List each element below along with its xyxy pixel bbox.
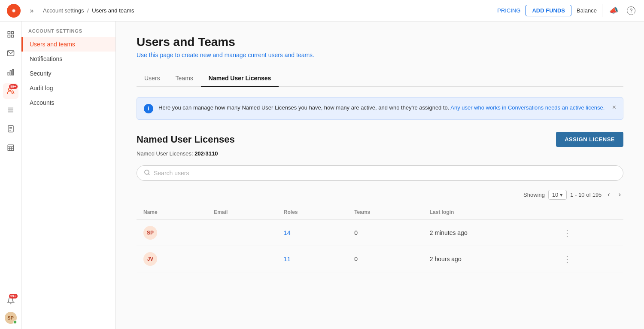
help-button[interactable]: ? <box>625 4 637 17</box>
row-1-teams: 0 <box>347 220 423 246</box>
assign-license-button[interactable]: ASSIGN LICENSE <box>556 132 623 147</box>
breadcrumb-separator: / <box>87 7 89 14</box>
row-1-email <box>207 220 277 246</box>
bell-badge: 99+ <box>9 294 18 299</box>
tab-named-user-licenses[interactable]: Named User Licenses <box>201 70 279 87</box>
svg-rect-3 <box>11 31 13 34</box>
users-badge: 99+ <box>9 84 18 89</box>
table-header: Name Email Roles Teams Last login <box>137 205 623 220</box>
sidebar-icon-mail[interactable] <box>3 46 18 61</box>
page-title: Users and Teams <box>137 35 623 49</box>
row-2-last-login: 2 hours ago <box>423 246 554 272</box>
topnav-right: PRICING ADD FUNDS Balance 📣 ? <box>497 4 637 17</box>
licenses-used: 202 <box>194 150 204 157</box>
sidebar-icon-chart[interactable] <box>3 64 18 80</box>
col-teams: Teams <box>347 205 423 220</box>
svg-point-1 <box>12 9 15 12</box>
table-row: JV 11 0 2 hours ago ⋮ <box>137 246 623 272</box>
main-layout: 99+ 99+ <box>0 21 644 329</box>
topnav: » Account settings / Users and teams PRI… <box>0 0 644 21</box>
pagination-info: 1 - 10 of 195 <box>570 192 601 198</box>
megaphone-button[interactable]: 📣 <box>608 4 620 17</box>
sidebar-icon-users[interactable]: 99+ <box>3 83 18 99</box>
col-email: Email <box>207 205 277 220</box>
svg-line-24 <box>148 174 149 175</box>
svg-rect-9 <box>12 69 13 75</box>
prev-page-button[interactable]: ‹ <box>605 189 612 200</box>
sidebar-item-users-and-teams[interactable]: Users and teams <box>21 37 115 52</box>
nav-divider <box>602 4 602 17</box>
row-2-email <box>207 246 277 272</box>
icon-sidebar-bottom: 99+ SP <box>3 293 18 324</box>
info-icon: i <box>144 104 153 113</box>
text-sidebar: ACCOUNT SETTINGS Users and teams Notific… <box>21 21 116 329</box>
row-1-more: ⋮ <box>553 220 623 246</box>
add-funds-button[interactable]: ADD FUNDS <box>526 5 571 16</box>
sidebar-item-notifications[interactable]: Notifications <box>21 52 115 66</box>
row-2-roles[interactable]: 11 <box>277 246 347 272</box>
section-header: Named User Licenses ASSIGN LICENSE <box>137 132 623 147</box>
row-2-teams: 0 <box>347 246 423 272</box>
svg-rect-18 <box>8 145 14 151</box>
info-banner-text: Here you can manage how many Named User … <box>158 104 607 112</box>
named-licenses-title: Named User Licenses <box>137 134 235 145</box>
pricing-link[interactable]: PRICING <box>497 7 520 14</box>
per-page-select[interactable]: 10 ▾ <box>548 190 567 200</box>
row-2-name: JV <box>137 246 207 272</box>
col-last-login: Last login <box>423 205 554 220</box>
col-roles: Roles <box>277 205 347 220</box>
row-1-more-button[interactable]: ⋮ <box>560 227 574 239</box>
sidebar-icon-list[interactable] <box>3 102 18 118</box>
logo[interactable] <box>7 4 21 18</box>
notifications-bell-button[interactable]: 99+ <box>3 293 18 308</box>
page-subtitle: Use this page to create new and manage c… <box>137 52 623 58</box>
sidebar-icon-report[interactable] <box>3 121 18 137</box>
user-avatar[interactable]: SP <box>5 312 17 324</box>
svg-point-23 <box>145 170 149 174</box>
svg-rect-8 <box>10 70 11 75</box>
sidebar-item-accounts[interactable]: Accounts <box>21 95 115 110</box>
breadcrumb: Account settings / Users and teams <box>43 7 492 14</box>
breadcrumb-link[interactable]: Account settings <box>43 7 84 14</box>
info-banner: i Here you can manage how many Named Use… <box>137 97 623 120</box>
table-row: SP 14 0 2 minutes ago ⋮ <box>137 220 623 246</box>
tab-teams[interactable]: Teams <box>168 70 201 87</box>
sidebar-section-title: ACCOUNT SETTINGS <box>21 28 115 37</box>
sidebar-icon-table[interactable] <box>3 140 18 155</box>
licenses-total: 3110 <box>205 150 218 157</box>
row-2-avatar: JV <box>143 252 157 266</box>
svg-rect-2 <box>8 31 10 34</box>
row-2-more-button[interactable]: ⋮ <box>560 253 574 265</box>
showing-label: Showing <box>523 192 545 198</box>
tabs-bar: Users Teams Named User Licenses <box>137 70 623 87</box>
row-1-last-login: 2 minutes ago <box>423 220 554 246</box>
svg-rect-5 <box>11 35 13 37</box>
tab-users[interactable]: Users <box>137 70 168 87</box>
row-1-roles[interactable]: 14 <box>277 220 347 246</box>
row-2-more: ⋮ <box>553 246 623 272</box>
content-area: Users and Teams Use this page to create … <box>116 21 644 329</box>
sidebar-icon-grid[interactable] <box>3 27 18 42</box>
online-indicator <box>13 320 17 324</box>
expand-button[interactable]: » <box>26 5 38 17</box>
row-1-name: SP <box>137 220 207 246</box>
search-input[interactable] <box>154 170 616 177</box>
licenses-info: Named User Licenses: 202/3110 <box>137 150 623 157</box>
col-actions <box>553 205 623 220</box>
balance-label: Balance <box>577 7 597 14</box>
next-page-button[interactable]: › <box>616 189 623 200</box>
table-body: SP 14 0 2 minutes ago ⋮ <box>137 220 623 272</box>
search-wrapper <box>137 165 623 181</box>
sidebar-item-security[interactable]: Security <box>21 66 115 81</box>
svg-rect-7 <box>8 72 9 75</box>
close-banner-button[interactable]: × <box>612 104 616 111</box>
search-icon <box>144 169 150 177</box>
icon-sidebar: 99+ 99+ <box>0 21 21 329</box>
svg-rect-4 <box>8 35 10 37</box>
users-table: Name Email Roles Teams Last login SP <box>137 205 623 272</box>
breadcrumb-current: Users and teams <box>92 7 134 14</box>
col-name: Name <box>137 205 207 220</box>
table-controls: Showing 10 ▾ 1 - 10 of 195 ‹ › <box>137 189 623 200</box>
row-1-avatar: SP <box>143 226 157 240</box>
sidebar-item-audit-log[interactable]: Audit log <box>21 81 115 95</box>
